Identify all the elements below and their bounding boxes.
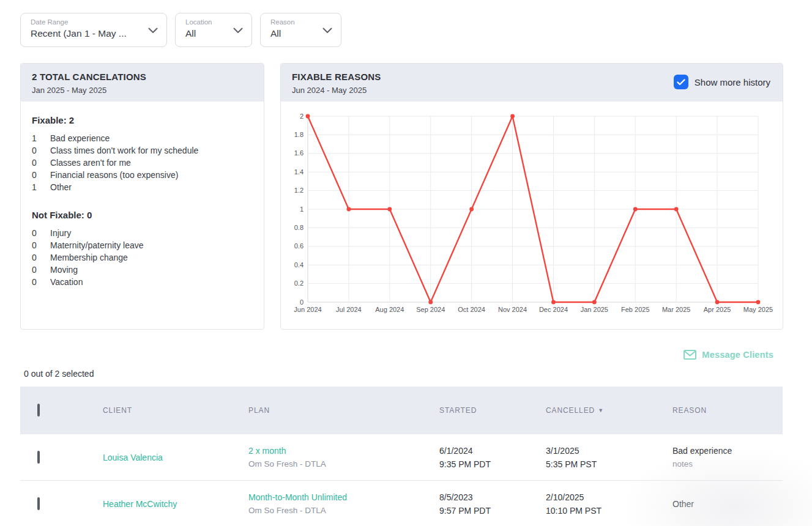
envelope-icon	[683, 350, 696, 360]
reason-text: Bad experience	[672, 446, 783, 456]
cancelled-cell: 2/10/2025 10:10 PM PST	[546, 492, 672, 516]
plan-link[interactable]: Month-to-Month Unlimited	[248, 492, 439, 502]
reason-notes-link[interactable]: notes	[672, 459, 783, 469]
location-filter-value: All	[185, 28, 212, 39]
message-clients-button[interactable]: Message Clients	[702, 350, 773, 360]
column-header-plan[interactable]: PLAN	[248, 406, 439, 415]
row-select-cell	[20, 498, 103, 509]
reason-count: 0	[32, 227, 50, 239]
total-cancelations-title: 2 TOTAL CANCELATIONS	[32, 72, 253, 82]
total-cancelations-header: 2 TOTAL CANCELATIONS Jan 2025 - May 2025	[21, 64, 264, 102]
reason-label: Classes aren't for me	[50, 157, 131, 169]
select-all-checkbox[interactable]	[37, 404, 40, 417]
reason-filter-label: Reason	[270, 18, 295, 26]
reason-filter[interactable]: Reason All	[260, 13, 341, 47]
cancelled-cell: 3/1/2025 5:35 PM PST	[546, 446, 672, 469]
fixable-reasons-header-text: FIXABLE REASONS Jun 2024 - May 2025	[292, 72, 381, 95]
svg-text:1.8: 1.8	[294, 131, 304, 138]
reason-label: Vacation	[50, 276, 83, 288]
client-link[interactable]: Louisa Valencia	[103, 453, 163, 462]
actions-row: Message Clients	[20, 348, 783, 361]
plan-link[interactable]: 2 x month	[248, 446, 439, 456]
reason-count: 1	[32, 181, 50, 193]
location-filter-label: Location	[185, 18, 212, 26]
sort-desc-icon: ▼	[598, 407, 604, 413]
reason-label: Other	[50, 181, 72, 193]
show-more-history-label: Show more history	[695, 77, 770, 87]
svg-text:0.4: 0.4	[294, 261, 304, 269]
reason-count: 0	[32, 251, 50, 264]
reason-label: Moving	[50, 264, 78, 276]
select-all-cell	[20, 405, 103, 416]
reason-count: 0	[32, 157, 50, 169]
table-row: Heather McCwitchy Month-to-Month Unlimit…	[20, 481, 783, 526]
fixable-reasons-line-chart: 00.20.40.60.811.21.41.61.82Jun 2024Jul 2…	[287, 109, 773, 323]
selected-count: 0 out of 2 selected	[20, 369, 783, 379]
filters-row: Date Range Recent (Jan 1 - May ... Locat…	[20, 0, 783, 47]
list-item: 0 Class times don't work for my schedule	[32, 144, 253, 157]
svg-text:1: 1	[300, 206, 304, 213]
svg-text:1.2: 1.2	[294, 187, 304, 194]
total-cancelations-body: Fixable: 2 1 Bad experience 0 Class time…	[21, 102, 264, 288]
location-filter[interactable]: Location All	[175, 13, 252, 47]
not-fixable-group-header: Not Fixable: 0	[32, 210, 253, 220]
column-header-cancelled[interactable]: CANCELLED▼	[546, 406, 672, 415]
row-checkbox[interactable]	[37, 497, 40, 510]
column-header-started[interactable]: STARTED	[439, 406, 546, 415]
list-item: 1 Bad experience	[32, 132, 253, 144]
show-more-history-toggle[interactable]: Show more history	[674, 75, 770, 89]
row-select-cell	[20, 452, 103, 463]
column-header-cancelled-label: CANCELLED	[546, 406, 595, 415]
table-header-row: CLIENT PLAN STARTED CANCELLED▼ REASON	[20, 387, 783, 434]
client-link[interactable]: Heather McCwitchy	[103, 499, 177, 509]
list-item: 0 Maternity/paternity leave	[32, 239, 253, 251]
reason-label: Class times don't work for my schedule	[50, 144, 198, 157]
reason-filter-value: All	[270, 28, 295, 39]
date-range-filter-value: Recent (Jan 1 - May ...	[31, 28, 127, 39]
chevron-down-icon	[148, 25, 158, 36]
fixable-reasons-date-range: Jun 2024 - May 2025	[292, 86, 381, 95]
cancelled-date: 3/1/2025	[546, 446, 672, 456]
plan-cell: Month-to-Month Unlimited Om So Fresh - D…	[248, 492, 439, 515]
svg-text:0: 0	[300, 298, 304, 306]
list-item: 1 Other	[32, 181, 253, 193]
not-fixable-reason-list: 0 Injury 0 Maternity/paternity leave 0 M…	[32, 227, 253, 288]
fixable-group-header: Fixable: 2	[32, 115, 253, 125]
cards-row: 2 TOTAL CANCELATIONS Jan 2025 - May 2025…	[20, 63, 783, 330]
date-range-filter-label: Date Range	[31, 18, 127, 26]
svg-text:Jun 2024: Jun 2024	[294, 306, 321, 313]
list-item: 0 Financial reasons (too expensive)	[32, 169, 253, 181]
column-header-reason[interactable]: REASON	[672, 406, 783, 415]
reason-count: 1	[32, 132, 50, 144]
checkbox-checked-icon[interactable]	[674, 75, 688, 89]
fixable-reason-list: 1 Bad experience 0 Class times don't wor…	[32, 132, 253, 193]
svg-text:2: 2	[300, 113, 304, 120]
svg-text:Nov 2024: Nov 2024	[498, 306, 527, 313]
reason-text: Other	[672, 499, 694, 509]
plan-cell: 2 x month Om So Fresh - DTLA	[248, 446, 439, 469]
started-time: 9:57 PM PDT	[439, 506, 546, 516]
started-cell: 8/5/2023 9:57 PM PDT	[439, 492, 546, 516]
reason-cell: Other	[672, 498, 783, 509]
row-checkbox[interactable]	[37, 451, 40, 464]
list-item: 0 Vacation	[32, 276, 253, 288]
svg-text:May 2025: May 2025	[743, 306, 773, 313]
date-range-filter[interactable]: Date Range Recent (Jan 1 - May ...	[20, 13, 167, 47]
list-item: 0 Injury	[32, 227, 253, 239]
reason-count: 0	[32, 239, 50, 251]
fixable-reasons-header: FIXABLE REASONS Jun 2024 - May 2025 Show…	[281, 64, 783, 102]
reason-count: 0	[32, 276, 50, 288]
reason-label: Injury	[50, 227, 71, 239]
cancelled-date: 2/10/2025	[546, 492, 672, 502]
svg-text:0.2: 0.2	[294, 280, 304, 287]
svg-text:Aug 2024: Aug 2024	[375, 306, 404, 313]
svg-text:Jan 2025: Jan 2025	[581, 306, 608, 313]
svg-text:Mar 2025: Mar 2025	[662, 306, 690, 313]
reason-label: Financial reasons (too expensive)	[50, 169, 178, 181]
started-date: 6/1/2024	[439, 446, 546, 456]
reason-count: 0	[32, 169, 50, 181]
fixable-reasons-card: FIXABLE REASONS Jun 2024 - May 2025 Show…	[280, 63, 783, 330]
reason-label: Bad experience	[50, 132, 110, 144]
column-header-client[interactable]: CLIENT	[103, 406, 248, 415]
chart-area: 00.20.40.60.811.21.41.61.82Jun 2024Jul 2…	[281, 102, 783, 325]
